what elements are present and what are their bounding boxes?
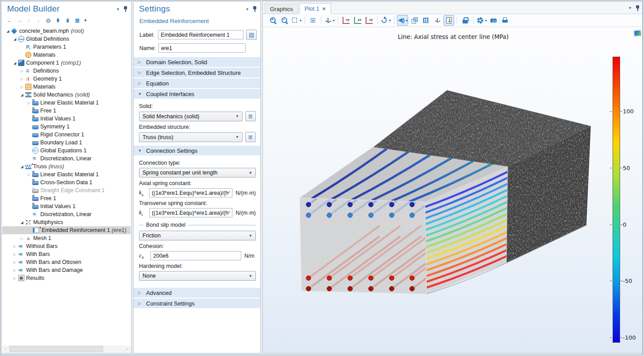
tree-item[interactable]: Symmetry 1 — [2, 123, 131, 131]
tree-item[interactable]: Materials — [2, 83, 131, 91]
tree-expander-icon[interactable] — [12, 244, 18, 248]
tree-item[interactable]: Linear Elastic Material 1 — [2, 99, 131, 107]
transverse-spring-input[interactable] — [149, 208, 232, 217]
back-button[interactable]: ← — [4, 16, 14, 25]
tree-item[interactable]: Materials — [2, 51, 131, 59]
section-edge-selection[interactable]: Edge Selection, Embedded Structure — [134, 68, 260, 77]
tree-item[interactable]: With Bars and Damage — [2, 266, 131, 274]
lock-camera-button[interactable] — [460, 15, 470, 26]
tree-item[interactable]: Multiphysics — [2, 218, 131, 226]
label-input[interactable] — [158, 30, 243, 39]
tab-plot-1[interactable]: Plot 1 × — [299, 3, 331, 14]
model-tree-node-text-button[interactable]: ≣ — [73, 16, 82, 25]
tree-item[interactable]: Boundary Load 1 — [2, 139, 131, 147]
go-to-yz-view-button[interactable]: yz — [352, 15, 363, 26]
tree-expander-icon[interactable] — [19, 165, 25, 169]
tree-item[interactable]: Initial Values 1 — [2, 115, 131, 123]
scroll-left-arrow-icon[interactable]: ‹ — [2, 345, 9, 352]
scrollbar-thumb[interactable] — [9, 346, 103, 352]
tree-expander-icon[interactable] — [12, 260, 18, 264]
view-direction-button[interactable] — [397, 15, 408, 26]
tree-expander-icon[interactable] — [12, 276, 18, 280]
tree-item[interactable]: Results — [2, 274, 131, 282]
tree-item[interactable]: Solid Mechanics (solid) — [2, 91, 131, 99]
axial-spring-input[interactable] — [149, 188, 232, 197]
tree-item[interactable]: Cross-Section Data 1 — [2, 178, 131, 186]
tree-expander-icon[interactable] — [26, 101, 32, 105]
hardening-select[interactable]: None ▼ — [139, 271, 256, 281]
tree-item[interactable]: Global Definitions — [2, 35, 131, 43]
section-advanced[interactable]: Advanced — [134, 288, 260, 298]
toolbar-more-caret-icon[interactable]: ▾ — [82, 16, 89, 25]
tree-expander-icon[interactable] — [19, 69, 25, 73]
tree-item[interactable]: Embedded Reinforcement 1 (ere1) — [2, 226, 131, 234]
show-axis-orientation-button[interactable] — [432, 15, 443, 26]
name-input[interactable] — [158, 43, 246, 53]
go-to-xz-view-button[interactable]: xz — [364, 15, 374, 26]
pin-icon[interactable] — [123, 6, 127, 12]
tree-item[interactable]: Rigid Connector 1 — [2, 131, 131, 139]
section-domain-selection[interactable]: Domain Selection, Solid — [134, 57, 260, 67]
cohesion-input[interactable] — [150, 251, 241, 260]
go-to-xy-view-button[interactable]: xy — [341, 15, 351, 26]
embedded-structure-select[interactable]: Truss (truss) ▼ — [139, 132, 243, 142]
tree-item[interactable]: Straight Edge Constraint 1 — [2, 186, 131, 194]
tree-item[interactable]: With Bars and Ottosen — [2, 258, 131, 266]
tree-item[interactable]: Definitions — [2, 67, 131, 75]
tree-expander-icon[interactable] — [5, 29, 11, 33]
plot-canvas[interactable]: Line: Axial stress at center line (MPa) … — [263, 27, 642, 353]
panel-menu-caret-icon[interactable]: ▾ — [629, 5, 631, 10]
tree-expander-icon[interactable] — [19, 236, 25, 240]
edit-label-button[interactable]: ▤ — [246, 30, 257, 40]
tree-item[interactable]: Geometry 1 — [2, 75, 131, 83]
close-tab-icon[interactable]: × — [322, 5, 326, 12]
tab-graphics[interactable]: Graphics — [265, 4, 298, 14]
tree-expander-icon[interactable] — [12, 252, 18, 256]
tree-item[interactable]: With Bars — [2, 250, 131, 258]
section-constraint-settings[interactable]: Constraint Settings — [134, 298, 260, 308]
pin-icon[interactable] — [636, 5, 640, 11]
tree-item[interactable]: Free 1 — [2, 194, 131, 202]
show-color-legend-button[interactable] — [443, 15, 454, 26]
tree-item[interactable]: Parameters 1 — [2, 43, 131, 51]
move-down-button[interactable]: ↓ — [34, 16, 43, 25]
collapse-all-button[interactable]: ⇞ — [53, 16, 63, 25]
connection-type-select[interactable]: Spring constant per unit length ▼ — [139, 168, 256, 178]
zoom-out-button[interactable]: − — [279, 15, 290, 26]
tree-item[interactable]: Global Equations 1 — [2, 147, 131, 155]
zoom-extents-button[interactable] — [308, 15, 318, 26]
rotate-button[interactable] — [380, 15, 391, 26]
panel-menu-caret-icon[interactable]: ▾ — [246, 7, 248, 12]
section-connection-settings[interactable]: Connection Settings — [134, 146, 260, 155]
default-3d-view-button[interactable] — [324, 15, 335, 26]
pin-icon[interactable] — [253, 6, 257, 12]
image-snapshot-button[interactable] — [488, 15, 499, 26]
bond-slip-select[interactable]: Friction ▼ — [139, 231, 256, 240]
tree-item[interactable]: Mesh 1 — [2, 234, 131, 242]
tree-expander-icon[interactable] — [26, 173, 32, 177]
zoom-in-button[interactable]: + — [268, 15, 278, 26]
expand-all-button[interactable]: ⇟ — [63, 16, 73, 25]
tree-item[interactable]: Free 1 — [2, 107, 131, 115]
tree-expander-icon[interactable] — [19, 221, 25, 224]
tree-item[interactable]: Linear Elastic Material 1 — [2, 170, 131, 178]
tree-expander-icon[interactable] — [12, 268, 18, 272]
forward-button[interactable]: → — [14, 16, 24, 25]
show-grid-button[interactable] — [420, 15, 431, 26]
tree-expander-icon[interactable] — [19, 93, 25, 97]
tree-item[interactable]: Without Bars — [2, 242, 131, 250]
tree-expander-icon[interactable] — [19, 85, 25, 89]
tree-item[interactable]: Truss (truss) — [2, 163, 131, 170]
tree-item[interactable]: Component 1 (comp1) — [2, 59, 131, 67]
tree-horizontal-scrollbar[interactable]: ‹ › — [2, 345, 131, 352]
add-embedded-interface-button[interactable]: ≣ — [245, 132, 256, 142]
transparency-button[interactable] — [409, 15, 420, 26]
tree-item[interactable]: concrete_beam.mph (root) — [2, 27, 131, 35]
tree-expander-icon[interactable] — [12, 61, 18, 65]
tree-item[interactable]: Discretization, Linear — [2, 155, 131, 163]
section-equation[interactable]: Equation — [134, 78, 260, 88]
show-button[interactable]: ⊙ — [43, 16, 53, 25]
tree-item[interactable]: Discretization, Linear — [2, 210, 131, 218]
move-up-button[interactable]: ↑ — [24, 16, 34, 25]
zoom-box-button[interactable] — [291, 15, 302, 26]
